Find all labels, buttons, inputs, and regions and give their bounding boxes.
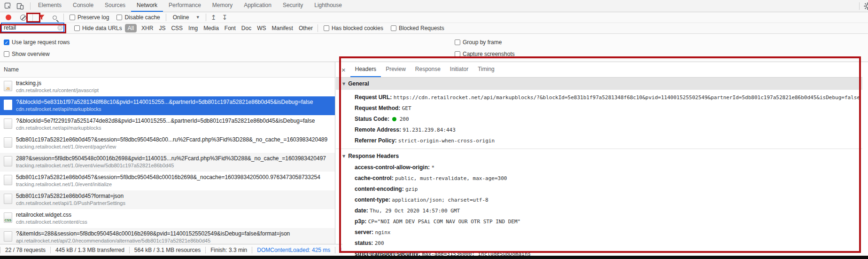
export-har-icon[interactable]: ↧ xyxy=(222,14,228,21)
header-field-value: gzip xyxy=(405,186,418,192)
use-large-request-rows-checkbox[interactable]: ✓ Use large request rows xyxy=(4,39,70,46)
checkbox-box[interactable] xyxy=(70,15,75,20)
devtools-tab[interactable]: Security xyxy=(277,0,309,12)
devtools-tabs: ElementsConsoleSourcesNetworkPerformance… xyxy=(32,0,348,12)
resource-type-filter[interactable]: Other xyxy=(299,25,313,31)
file-type-icon: JS xyxy=(4,81,12,91)
record-network-log-icon[interactable] xyxy=(6,15,11,20)
checkbox-box[interactable] xyxy=(4,51,9,57)
resource-type-filter[interactable]: JS xyxy=(159,25,165,31)
details-tab[interactable]: Preview xyxy=(381,62,411,77)
request-domain-path: tracking.retailrocket.net/1.0/event/init… xyxy=(16,181,333,187)
request-row[interactable]: 5db801c197a52821e86b0d45?&session=5f8dbc… xyxy=(0,172,335,190)
checkbox-box[interactable] xyxy=(324,25,329,31)
checkbox-box[interactable] xyxy=(391,25,396,31)
request-row[interactable]: JS tracking.js cdn.retailrocket.ru/conte… xyxy=(0,78,335,96)
clear-network-log-icon[interactable] xyxy=(20,15,26,21)
header-field-label: Referrer Policy: xyxy=(355,137,396,144)
use-large-request-rows-label: Use large request rows xyxy=(12,39,70,46)
request-domain-path: cdn.retailrocket.net/api/1.0/PushPartner… xyxy=(16,200,333,206)
disable-cache-label: Disable cache xyxy=(124,14,160,21)
name-column-header[interactable]: Name xyxy=(0,62,335,78)
divider xyxy=(32,14,33,21)
has-blocked-cookies-checkbox[interactable]: Has blocked cookies xyxy=(324,25,383,31)
resource-type-filter[interactable]: All xyxy=(125,24,137,32)
request-name: retailrocket.widget.css xyxy=(16,212,333,218)
throttling-select[interactable]: Online ▼ xyxy=(173,14,199,21)
header-field: cache-control: public, must-revalidate, … xyxy=(336,173,862,184)
preserve-log-checkbox[interactable]: Preserve log xyxy=(70,14,109,21)
request-name: 5db801c197a52821e86b0d45?&session=5f8dbc… xyxy=(16,174,333,181)
search-icon[interactable] xyxy=(53,16,57,20)
inspect-element-icon[interactable] xyxy=(2,0,14,12)
show-overview-checkbox[interactable]: Show overview xyxy=(4,51,50,57)
resource-type-filter[interactable]: Doc xyxy=(241,25,251,31)
request-domain-path: tracking.retailrocket.net/1.0/event/view… xyxy=(16,163,333,168)
devtools-tab[interactable]: Application xyxy=(238,0,277,12)
filter-input[interactable] xyxy=(1,23,64,32)
details-tab[interactable]: Headers xyxy=(350,62,381,77)
capture-screenshots-checkbox[interactable]: Capture screenshots xyxy=(455,51,515,57)
header-field: server: nginx xyxy=(336,227,862,238)
request-row[interactable]: 5db801c197a52821e86b0d45?format=json cdn… xyxy=(0,190,335,209)
group-by-frame-checkbox[interactable]: Group by frame xyxy=(455,39,502,46)
resource-type-filter[interactable]: Img xyxy=(188,25,198,31)
details-tab[interactable]: Initiator xyxy=(445,62,473,77)
header-field-label: access-control-allow-origin: xyxy=(355,164,430,171)
checkbox-box[interactable] xyxy=(74,25,80,31)
close-details-icon[interactable]: × xyxy=(341,66,346,74)
request-row[interactable]: ?&blockId=5e7f229197a5251474de82d8&pvid=… xyxy=(0,115,335,134)
divider xyxy=(206,14,206,21)
devtools-tab[interactable]: Sources xyxy=(99,0,131,12)
request-row[interactable]: 5db801c197a52821e86b0d45?&session=5f8dbc… xyxy=(0,134,335,153)
devtools-tab[interactable]: Lighthouse xyxy=(309,0,348,12)
header-field-label: Request Method: xyxy=(355,105,400,111)
clear-filter-icon[interactable]: ✕ xyxy=(57,25,63,31)
device-toolbar-icon[interactable] xyxy=(14,0,26,12)
checkbox-box[interactable] xyxy=(116,15,122,20)
settings-gear-icon[interactable] xyxy=(861,0,868,12)
checkbox-box[interactable] xyxy=(455,51,460,57)
request-row[interactable]: 288?&session=5f8dbc9504548c00016b2698&pv… xyxy=(0,153,335,172)
devtools-tab[interactable]: Console xyxy=(67,0,99,12)
header-field-label: status: xyxy=(355,240,373,246)
hide-data-urls-label: Hide data URLs xyxy=(82,25,122,31)
devtools-tab[interactable]: Memory xyxy=(207,0,238,12)
request-rows: JS tracking.js cdn.retailrocket.ru/conte… xyxy=(0,78,335,247)
blocked-requests-checkbox[interactable]: Blocked Requests xyxy=(391,25,444,31)
header-field: Referrer Policy: strict-origin-when-cros… xyxy=(336,135,862,146)
response-headers-section-header[interactable]: ▼ Response Headers xyxy=(336,150,862,162)
request-name: 5db801c197a52821e86b0d45?format=json xyxy=(16,193,333,199)
general-section-header[interactable]: ▼ General xyxy=(336,78,862,90)
import-har-icon[interactable]: ↥ xyxy=(211,14,217,21)
resource-type-filter[interactable]: XHR xyxy=(141,25,153,31)
devtools-tab[interactable]: Network xyxy=(131,0,163,12)
checkbox-checked[interactable]: ✓ xyxy=(4,39,9,45)
request-row[interactable]: ?&blockId=5e831b1f97a5281348f68c10&pvid=… xyxy=(0,96,335,115)
resource-type-filter[interactable]: WS xyxy=(257,25,266,31)
bottom-black-bar xyxy=(0,256,868,259)
request-details-pane: × HeadersPreviewResponseInitiatorTiming … xyxy=(336,62,862,259)
resource-type-filter[interactable]: Font xyxy=(225,25,236,31)
hide-data-urls-checkbox[interactable]: Hide data URLs xyxy=(74,25,122,31)
header-field-label: Remote Address: xyxy=(355,126,401,133)
divider xyxy=(63,14,64,21)
header-field-label: content-type: xyxy=(355,196,390,203)
disable-cache-checkbox[interactable]: Disable cache xyxy=(116,14,160,21)
resource-type-filter[interactable]: Manifest xyxy=(272,25,293,31)
filter-toggle-icon[interactable] xyxy=(35,13,48,22)
devtools-tab[interactable]: Performance xyxy=(163,0,207,12)
summary-segment: 22 / 78 requests xyxy=(0,247,50,253)
file-type-icon xyxy=(4,175,12,185)
resource-type-filter[interactable]: CSS xyxy=(171,25,183,31)
request-name: ?&blockId=5e831b1f97a5281348f68c10&pvid=… xyxy=(16,99,333,105)
details-tab[interactable]: Timing xyxy=(473,62,499,77)
preserve-log-label: Preserve log xyxy=(78,14,109,21)
resource-type-filter[interactable]: Media xyxy=(203,25,219,31)
request-row[interactable]: CSS retailrocket.widget.css cdn.retailro… xyxy=(0,209,335,228)
header-field: p3p: CP="NOI ADM DEV PSAi COM NAV OUR OT… xyxy=(336,216,862,227)
header-field-value: https://cdn.retailrocket.net/api/markupb… xyxy=(394,94,860,101)
devtools-tab[interactable]: Elements xyxy=(32,0,67,12)
details-tab[interactable]: Response xyxy=(411,62,445,77)
checkbox-box[interactable] xyxy=(455,39,460,45)
